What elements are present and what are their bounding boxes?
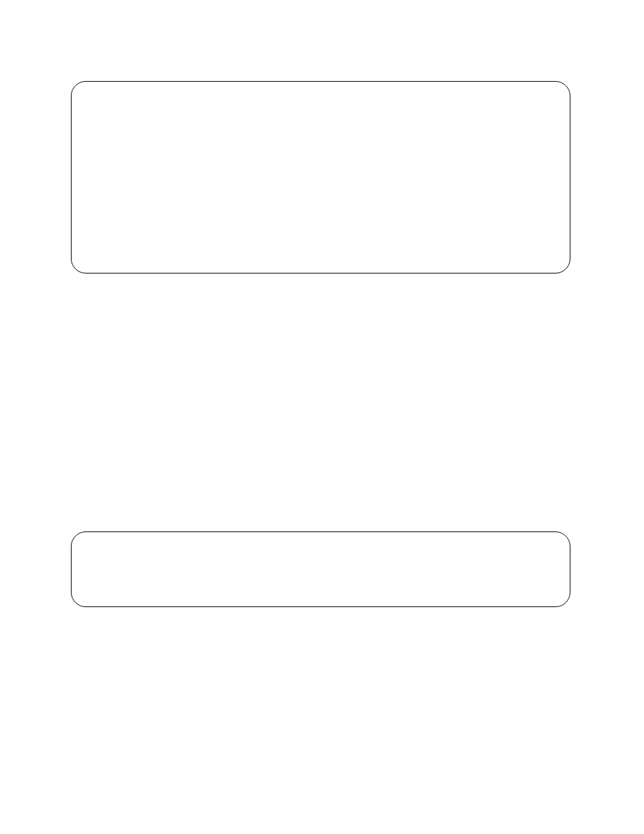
rounded-box-upper [71, 81, 570, 273]
rounded-box-lower [71, 531, 570, 607]
